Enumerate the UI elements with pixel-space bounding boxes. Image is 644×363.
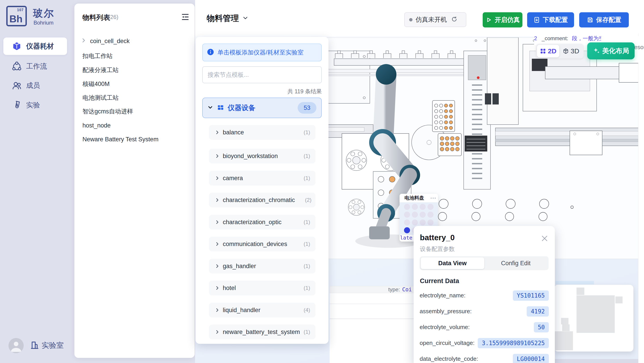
chevron-right-icon xyxy=(215,220,220,225)
members-icon xyxy=(12,81,22,90)
template-item-label: camera xyxy=(223,175,243,182)
template-item-label: bioyond_workstation xyxy=(223,153,278,160)
template-item-label: balance xyxy=(223,129,244,136)
grid-2d-icon xyxy=(540,48,546,54)
view-2d-label: 2D xyxy=(548,47,556,55)
material-item-label: 电池测试工站 xyxy=(82,94,119,102)
template-item[interactable]: camera(1) xyxy=(209,171,316,186)
material-item-label: 智达gcms自动进样 xyxy=(82,107,133,115)
data-row: open_circuit_voltage:3.1559998989105225 xyxy=(420,335,549,351)
tray-slot[interactable] xyxy=(404,204,410,210)
info-icon xyxy=(207,48,214,57)
material-list-count: (26) xyxy=(108,14,118,20)
tray-slot[interactable] xyxy=(404,219,410,226)
sidebar-item-instruments[interactable]: 仪器耗材 xyxy=(3,37,67,55)
search-input[interactable] xyxy=(202,66,322,83)
simulation-status-pill[interactable]: 仿真未开机 xyxy=(404,12,466,27)
template-item[interactable]: hotel(1) xyxy=(209,281,316,295)
sidebar-item-members[interactable]: 成员 xyxy=(3,77,67,94)
tray-slot[interactable] xyxy=(428,204,434,210)
download-config-button[interactable]: 下载配置 xyxy=(527,12,574,27)
info-banner-text: 单击模板添加仪器/耗材至实验室 xyxy=(218,48,304,56)
material-item[interactable]: 扣电工作站 xyxy=(82,50,190,62)
chevron-right-icon xyxy=(215,308,220,313)
material-item[interactable]: host_node xyxy=(82,120,190,131)
material-item[interactable]: 配液分液工站 xyxy=(82,64,190,76)
template-item[interactable]: liquid_handler(4) xyxy=(209,303,316,318)
beautify-layout-button[interactable]: 美化布局 xyxy=(587,42,634,59)
template-item[interactable]: characterization_chromatic(2) xyxy=(209,193,316,207)
popup-title: battery_0 xyxy=(420,233,455,242)
material-item-label: host_node xyxy=(82,122,110,129)
tray-slot[interactable] xyxy=(420,204,426,210)
sidebar-item-experiments[interactable]: 实验 xyxy=(3,96,67,114)
data-row: electrolyte_volume:50 xyxy=(420,319,549,335)
save-config-button[interactable]: 保存配置 xyxy=(579,12,629,27)
lab-switcher[interactable]: 实验室 xyxy=(30,340,64,351)
category-instruments[interactable]: 仪器设备 53 xyxy=(202,98,322,118)
data-row: electrolyte_name:YS101165 xyxy=(420,288,549,303)
material-item-label: coin_cell_deck xyxy=(90,38,130,45)
cube-icon xyxy=(12,41,22,51)
tray-slot[interactable] xyxy=(404,212,410,218)
tray-slot[interactable] xyxy=(412,219,418,226)
template-item[interactable]: characterization_optic(1) xyxy=(209,215,316,230)
template-item[interactable]: gas_handler(1) xyxy=(209,259,316,274)
tray-slot[interactable] xyxy=(420,219,426,226)
tray-slot[interactable] xyxy=(428,212,434,218)
material-item[interactable]: coin_cell_deck xyxy=(81,35,188,47)
material-list-panel: 物料列表 (26) coin_cell_deck 扣电工作站 配液分液工站 核磁… xyxy=(74,3,195,358)
cube-3d-icon xyxy=(563,48,569,54)
sidebar-item-label: 仪器耗材 xyxy=(26,41,54,51)
template-item[interactable]: neware_battery_test_system(1) xyxy=(209,325,316,339)
view-2d-button[interactable]: 2D xyxy=(537,45,559,57)
material-item[interactable]: 电池测试工站 xyxy=(82,92,190,103)
view-3d-button[interactable]: 3D xyxy=(559,47,582,55)
battery-config-popup: battery_0 设备配置参数 Data View Config Edit C… xyxy=(414,226,555,363)
logo-mark: Bh xyxy=(10,13,22,24)
tray-slot[interactable] xyxy=(420,212,426,218)
sidebar-item-workflow[interactable]: 工作流 xyxy=(3,58,67,75)
minimap[interactable] xyxy=(554,285,634,352)
tower-column xyxy=(464,51,490,189)
page-title[interactable]: 物料管理 xyxy=(207,13,249,24)
more-menu-icon[interactable] xyxy=(430,198,436,199)
user-avatar[interactable] xyxy=(8,338,24,353)
data-row-label: data_electrolyte_code: xyxy=(420,356,478,362)
template-item[interactable]: balance(1) xyxy=(209,125,316,140)
app-window: 107 Bh 玻尔 Bohrium 仪器耗材 工作流 成员 xyxy=(0,0,644,363)
material-item[interactable]: 智达gcms自动进样 xyxy=(82,106,190,117)
chevron-right-icon xyxy=(215,330,220,335)
right-scroll-strip[interactable] xyxy=(638,33,644,363)
material-item-label: 配液分液工站 xyxy=(82,66,119,74)
material-item[interactable]: Neware Battery Test System xyxy=(82,134,190,145)
tray-slot[interactable] xyxy=(412,212,418,218)
data-rows: electrolyte_name:YS101165 assembly_press… xyxy=(420,288,549,363)
start-simulation-button[interactable]: 开启仿真 xyxy=(483,12,522,27)
template-item[interactable]: communication_devices(1) xyxy=(209,237,316,251)
start-simulation-label: 开启仿真 xyxy=(495,16,520,24)
material-item[interactable]: 核磁400M xyxy=(82,78,190,89)
template-item[interactable]: bioyond_workstation(1) xyxy=(209,149,316,163)
grid-icon xyxy=(217,104,224,112)
tray-slot[interactable] xyxy=(428,219,434,226)
chevron-right-icon xyxy=(215,264,220,269)
tab-config-edit[interactable]: Config Edit xyxy=(484,257,548,269)
view-mode-toggle: 2D 3D xyxy=(536,44,584,58)
collapse-panel-icon[interactable] xyxy=(181,12,190,21)
tray-header: 电池料盘 xyxy=(400,194,438,202)
refresh-icon[interactable] xyxy=(451,16,458,23)
popup-subtitle: 设备配置参数 xyxy=(420,245,455,253)
template-item-label: communication_devices xyxy=(223,241,287,248)
data-row-value: 3.1559998989105225 xyxy=(478,338,549,348)
node-type-strip: type: Coi xyxy=(330,286,414,293)
tray-slot[interactable] xyxy=(412,204,418,210)
close-icon[interactable] xyxy=(540,234,548,242)
sparkles-icon xyxy=(593,47,600,54)
save-config-label: 保存配置 xyxy=(596,16,621,24)
tab-data-view[interactable]: Data View xyxy=(421,257,484,269)
data-row: data_electrolyte_code:LG000014 xyxy=(420,351,549,363)
template-item-count: (1) xyxy=(304,129,310,135)
template-item-label: hotel xyxy=(223,285,236,292)
tray-slot-selected[interactable] xyxy=(404,227,410,233)
